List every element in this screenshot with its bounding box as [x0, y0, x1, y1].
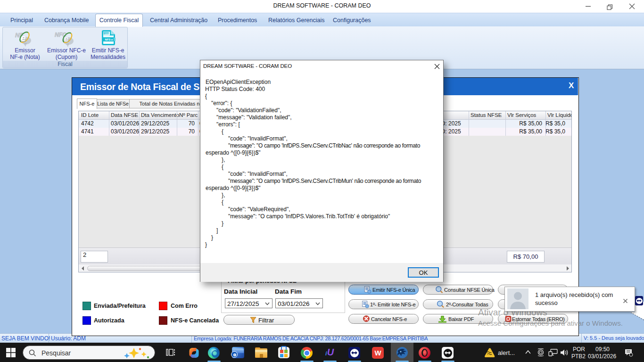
svg-text:e: e	[64, 34, 68, 43]
svg-text:$: $	[103, 32, 105, 35]
svg-text:NFS-e: NFS-e	[105, 38, 114, 41]
svg-text:e: e	[21, 33, 26, 43]
